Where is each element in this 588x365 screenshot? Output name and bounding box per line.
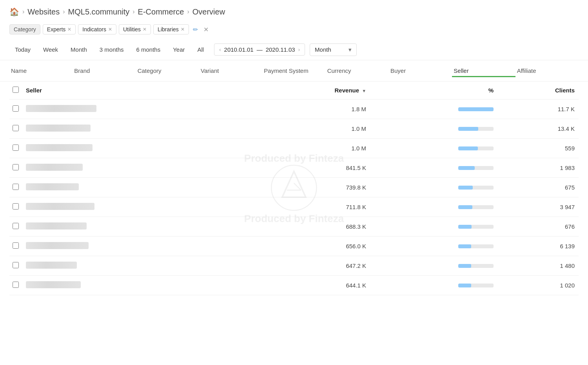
tag-indicators[interactable]: Indicators ✕ [78, 24, 116, 34]
time-today-button[interactable]: Today [9, 43, 36, 56]
tag-experts-close[interactable]: ✕ [67, 27, 71, 32]
tag-indicators-close[interactable]: ✕ [108, 27, 112, 32]
row-checkbox-cell[interactable] [9, 256, 22, 276]
tab-currency[interactable]: Currency [326, 64, 389, 77]
percent-cell [370, 197, 497, 217]
edit-categories-button[interactable]: ✏ [191, 25, 200, 34]
seller-name-cell[interactable] [22, 139, 254, 158]
time-6months-button[interactable]: 6 months [131, 43, 166, 56]
seller-name-cell[interactable] [22, 217, 254, 237]
clients-cell: 6 139 [497, 237, 579, 256]
clients-cell: 1 480 [497, 256, 579, 276]
seller-name-cell[interactable] [22, 256, 254, 276]
groupby-label: Month [315, 46, 331, 53]
seller-name-cell[interactable] [22, 99, 254, 119]
time-year-button[interactable]: Year [167, 43, 190, 56]
time-3months-button[interactable]: 3 months [94, 43, 129, 56]
breadcrumb: 🏠 › Websites › MQL5.community › E-Commer… [0, 0, 588, 21]
row-checkbox[interactable] [13, 242, 19, 249]
row-checkbox-cell[interactable] [9, 119, 22, 139]
tab-payment-system[interactable]: Payment System [262, 64, 325, 77]
row-checkbox[interactable] [13, 145, 19, 151]
select-all-checkbox[interactable] [13, 87, 19, 93]
percent-cell [370, 158, 497, 178]
category-filter-row: Category Experts ✕ Indicators ✕ Utilitie… [0, 21, 588, 39]
tab-buyer[interactable]: Buyer [389, 64, 452, 77]
revenue-cell: 688.3 K [254, 217, 370, 237]
tag-experts[interactable]: Experts ✕ [43, 24, 76, 34]
row-checkbox[interactable] [13, 262, 19, 268]
seller-name-cell[interactable] [22, 237, 254, 256]
tab-affiliate[interactable]: Affiliate [515, 64, 579, 77]
row-checkbox-cell[interactable] [9, 178, 22, 197]
seller-name-cell[interactable] [22, 119, 254, 139]
revenue-cell: 711.8 K [254, 197, 370, 217]
row-checkbox-cell[interactable] [9, 217, 22, 237]
date-range-picker[interactable]: ‹ 2010.01.01 — 2020.11.03 › [214, 43, 305, 56]
seller-name-blurred [26, 222, 87, 229]
breadcrumb-ecommerce[interactable]: E-Commerce [138, 7, 184, 16]
time-all-button[interactable]: All [192, 43, 210, 56]
time-month-button[interactable]: Month [65, 43, 93, 56]
tab-brand[interactable]: Brand [73, 64, 136, 77]
revenue-col-header[interactable]: Revenue ▼ [254, 81, 370, 99]
row-checkbox-cell[interactable] [9, 237, 22, 256]
row-checkbox[interactable] [13, 125, 19, 131]
row-checkbox-cell[interactable] [9, 139, 22, 158]
row-checkbox[interactable] [13, 203, 19, 210]
time-week-button[interactable]: Week [38, 43, 64, 56]
date-next-arrow[interactable]: › [298, 47, 300, 52]
tag-libraries-close[interactable]: ✕ [181, 27, 185, 32]
seller-name-blurred [26, 164, 83, 171]
seller-name-cell[interactable] [22, 197, 254, 217]
percent-cell [370, 139, 497, 158]
row-checkbox[interactable] [13, 184, 19, 190]
row-checkbox[interactable] [13, 164, 19, 170]
clients-col-header[interactable]: Clients [497, 81, 579, 99]
percent-cell [370, 256, 497, 276]
row-checkbox-cell[interactable] [9, 158, 22, 178]
clients-cell: 1 983 [497, 158, 579, 178]
row-checkbox[interactable] [13, 105, 19, 112]
tag-libraries[interactable]: Libraries ✕ [153, 24, 189, 34]
date-range-end: 2020.11.03 [266, 46, 295, 53]
row-checkbox-cell[interactable] [9, 276, 22, 295]
seller-name-cell[interactable] [22, 276, 254, 295]
revenue-label: Revenue [335, 87, 359, 94]
percent-cell [370, 119, 497, 139]
tab-variant[interactable]: Variant [199, 64, 262, 77]
seller-name-blurred [26, 144, 93, 151]
tab-name[interactable]: Name [9, 64, 73, 77]
percent-cell [370, 178, 497, 197]
breadcrumb-mql5[interactable]: MQL5.community [68, 7, 130, 16]
percent-col-header[interactable]: % [370, 81, 497, 99]
breadcrumb-sep-4: › [187, 8, 189, 15]
tab-category[interactable]: Category [136, 64, 199, 77]
table-row: 1.0 M559 [9, 139, 579, 158]
clients-cell: 13.4 K [497, 119, 579, 139]
breadcrumb-sep-2: › [63, 8, 65, 15]
groupby-month-dropdown[interactable]: Month ▾ [310, 43, 357, 56]
table-container: Produced by Finteza Produced by Finteza … [0, 81, 588, 295]
row-checkbox-cell[interactable] [9, 99, 22, 119]
breadcrumb-overview[interactable]: Overview [192, 7, 225, 16]
time-filter-row: Today Week Month 3 months 6 months Year … [0, 39, 588, 60]
seller-name-cell[interactable] [22, 178, 254, 197]
tag-utilities[interactable]: Utilities ✕ [119, 24, 151, 34]
row-checkbox[interactable] [13, 223, 19, 229]
seller-name-cell[interactable] [22, 158, 254, 178]
home-icon[interactable]: 🏠 [9, 7, 19, 16]
tab-seller[interactable]: Seller [452, 64, 515, 77]
date-prev-arrow[interactable]: ‹ [219, 47, 221, 52]
select-all-header[interactable] [9, 81, 22, 99]
breadcrumb-websites[interactable]: Websites [27, 7, 60, 16]
row-checkbox[interactable] [13, 282, 19, 288]
table-row: 647.2 K1 480 [9, 256, 579, 276]
revenue-cell: 1.0 M [254, 139, 370, 158]
row-checkbox-cell[interactable] [9, 197, 22, 217]
revenue-cell: 656.0 K [254, 237, 370, 256]
close-all-button[interactable]: ✕ [202, 25, 210, 34]
sellers-table: Seller Revenue ▼ % Clients 1.8 M11.7 K1.… [9, 81, 579, 295]
tag-utilities-close[interactable]: ✕ [143, 27, 147, 32]
table-row: 656.0 K6 139 [9, 237, 579, 256]
